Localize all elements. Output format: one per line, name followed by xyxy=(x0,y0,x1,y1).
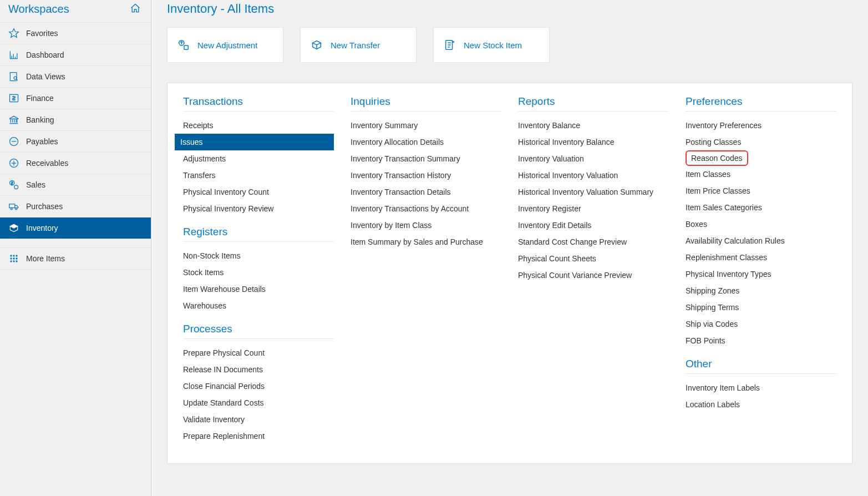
star-icon xyxy=(8,28,19,39)
link-variance-preview[interactable]: Physical Count Variance Preview xyxy=(518,267,669,284)
new-stock-item-button[interactable]: New Stock Item xyxy=(433,27,550,63)
sidebar-item-label: Purchases xyxy=(26,202,63,211)
svg-point-14 xyxy=(13,257,14,259)
link-cost-preview[interactable]: Standard Cost Change Preview xyxy=(518,234,669,250)
sidebar-header: Workspaces xyxy=(0,0,151,22)
page-title: Inventory - All Items xyxy=(167,0,852,27)
action-label: New Adjustment xyxy=(197,41,257,50)
other-list: Inventory Item Labels Location Labels xyxy=(686,379,836,413)
sidebar-item-label: Sales xyxy=(26,180,45,189)
sidebar-item-label: Data Views xyxy=(26,72,65,81)
link-price-classes[interactable]: Item Price Classes xyxy=(686,183,836,199)
link-posting-classes[interactable]: Posting Classes xyxy=(686,134,836,150)
link-ship-terms[interactable]: Shipping Terms xyxy=(686,299,836,316)
link-by-item-class[interactable]: Inventory by Item Class xyxy=(351,217,501,234)
link-receipts[interactable]: Receipts xyxy=(177,117,334,134)
link-replenish-classes[interactable]: Replenishment Classes xyxy=(686,249,836,266)
sidebar-item-inventory[interactable]: Inventory xyxy=(0,217,151,239)
new-adjustment-button[interactable]: New Adjustment xyxy=(167,27,283,63)
link-hist-valuation[interactable]: Historical Inventory Valuation xyxy=(518,167,669,184)
link-warehouse-details[interactable]: Item Warehouse Details xyxy=(183,281,334,297)
sidebar-item-label: Inventory xyxy=(26,224,58,232)
link-location-labels[interactable]: Location Labels xyxy=(686,396,836,413)
link-edit-details[interactable]: Inventory Edit Details xyxy=(518,217,669,234)
link-avail-rules[interactable]: Availability Calculation Rules xyxy=(686,232,836,249)
col-transactions: Transactions Receipts Issues Adjustments… xyxy=(183,95,334,444)
link-stock-items[interactable]: Stock Items xyxy=(183,264,334,281)
link-physical-review[interactable]: Physical Inventory Review xyxy=(177,200,334,217)
truck-icon xyxy=(8,201,19,212)
section-title-reports: Reports xyxy=(518,95,669,112)
link-count-sheets[interactable]: Physical Count Sheets xyxy=(518,250,669,267)
svg-point-9 xyxy=(16,208,17,210)
link-prepare-count[interactable]: Prepare Physical Count xyxy=(183,345,334,361)
svg-point-18 xyxy=(16,260,17,262)
link-issues[interactable]: Issues xyxy=(175,134,334,150)
content-panel: Transactions Receipts Issues Adjustments… xyxy=(167,83,852,464)
link-item-classes[interactable]: Item Classes xyxy=(686,166,836,183)
col-reports: Reports Inventory Balance Historical Inv… xyxy=(518,95,669,444)
link-sales-categories[interactable]: Item Sales Categories xyxy=(686,199,836,216)
link-trans-summary[interactable]: Inventory Transaction Summary xyxy=(351,150,501,167)
link-alloc-details[interactable]: Inventory Allocation Details xyxy=(351,134,501,150)
sidebar-item-label: Favorites xyxy=(26,29,58,38)
sidebar-item-finance[interactable]: Finance xyxy=(0,88,151,109)
link-hist-balance[interactable]: Historical Inventory Balance xyxy=(518,134,669,150)
sidebar-item-payables[interactable]: Payables xyxy=(0,131,151,153)
inventory-icon xyxy=(8,222,19,234)
link-hist-valuation-summ[interactable]: Historical Inventory Valuation Summary xyxy=(518,184,669,200)
transfer-icon xyxy=(311,39,323,51)
link-ship-via[interactable]: Ship via Codes xyxy=(686,316,836,332)
svg-point-16 xyxy=(10,260,12,262)
link-trans-account[interactable]: Inventory Transactions by Account xyxy=(351,200,501,217)
sidebar: Workspaces Favorites Dashboard Data View… xyxy=(0,0,151,496)
link-trans-history[interactable]: Inventory Transaction History xyxy=(351,167,501,184)
link-boxes[interactable]: Boxes xyxy=(686,216,836,232)
sidebar-item-dataviews[interactable]: Data Views xyxy=(0,66,151,88)
link-nonstock[interactable]: Non-Stock Items xyxy=(183,247,334,264)
svg-point-13 xyxy=(10,257,12,259)
link-inv-balance[interactable]: Inventory Balance xyxy=(518,117,669,134)
grid-icon xyxy=(8,253,19,264)
link-trans-details[interactable]: Inventory Transaction Details xyxy=(351,184,501,200)
link-item-labels[interactable]: Inventory Item Labels xyxy=(686,379,836,396)
link-inv-prefs[interactable]: Inventory Preferences xyxy=(686,117,836,134)
link-inv-summary[interactable]: Inventory Summary xyxy=(351,117,501,134)
link-transfers[interactable]: Transfers xyxy=(177,167,334,184)
new-transfer-button[interactable]: New Transfer xyxy=(300,27,417,63)
link-update-costs[interactable]: Update Standard Costs xyxy=(183,394,334,411)
sidebar-item-dashboard[interactable]: Dashboard xyxy=(0,44,151,66)
link-close-periods[interactable]: Close Financial Periods xyxy=(183,378,334,394)
home-icon[interactable] xyxy=(130,3,141,16)
link-reason-codes[interactable]: Reason Codes xyxy=(686,150,748,166)
svg-point-15 xyxy=(16,257,17,259)
sidebar-item-purchases[interactable]: Purchases xyxy=(0,196,151,217)
link-physical-count[interactable]: Physical Inventory Count xyxy=(177,184,334,200)
link-phys-types[interactable]: Physical Inventory Types xyxy=(686,266,836,282)
link-validate-inventory[interactable]: Validate Inventory xyxy=(183,411,334,428)
link-fob[interactable]: FOB Points xyxy=(686,332,836,349)
link-warehouses[interactable]: Warehouses xyxy=(183,297,334,314)
sidebar-item-favorites[interactable]: Favorites xyxy=(0,23,151,44)
transactions-list: Receipts Issues Adjustments Transfers Ph… xyxy=(183,117,334,217)
svg-point-10 xyxy=(10,255,12,256)
minus-circle-icon xyxy=(8,136,19,147)
link-register[interactable]: Inventory Register xyxy=(518,200,669,217)
svg-point-12 xyxy=(16,255,17,256)
sidebar-item-banking[interactable]: Banking xyxy=(0,109,151,131)
sidebar-item-receivables[interactable]: Receivables xyxy=(0,153,151,174)
link-valuation[interactable]: Inventory Valuation xyxy=(518,150,669,167)
link-ship-zones[interactable]: Shipping Zones xyxy=(686,282,836,299)
svg-rect-20 xyxy=(184,45,188,49)
svg-point-6 xyxy=(14,185,18,189)
svg-point-8 xyxy=(11,208,12,210)
link-adjustments[interactable]: Adjustments xyxy=(177,150,334,167)
workspaces-title: Workspaces xyxy=(8,3,69,16)
link-prepare-replenishment[interactable]: Prepare Replenishment xyxy=(183,428,334,444)
sidebar-item-label: Finance xyxy=(26,94,54,103)
link-item-summary-sp[interactable]: Item Summary by Sales and Purchase xyxy=(351,234,501,250)
sidebar-item-more[interactable]: More Items xyxy=(0,248,151,270)
main: Inventory - All Items New Adjustment New… xyxy=(151,0,868,496)
link-release-in[interactable]: Release IN Documents xyxy=(183,361,334,378)
sidebar-item-sales[interactable]: Sales xyxy=(0,174,151,196)
